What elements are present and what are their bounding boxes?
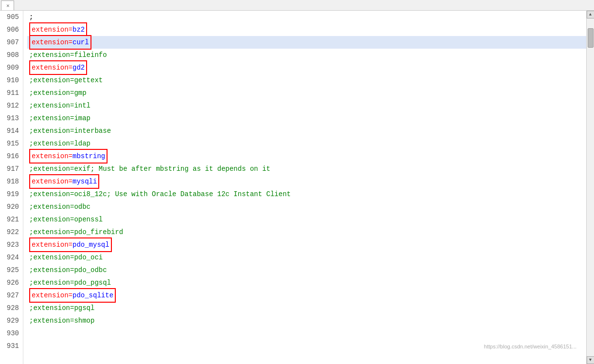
commented-line: ;extension=pdo_pgsql [27, 276, 111, 289]
commented-line: ;extension=pgsql [27, 302, 94, 314]
commented-line: ;extension=openssl [27, 213, 103, 226]
code-area[interactable]: ;extension=bz2extension=curl;extension=f… [23, 11, 586, 364]
code-line: ;extension=interbase [27, 125, 586, 137]
code-line: ;extension=openssl [27, 213, 586, 226]
code-line: ;extension=pdo_firebird [27, 226, 586, 238]
line-number: 921 [4, 213, 19, 226]
extension-boxed: extension=curl [29, 35, 91, 50]
code-line [27, 340, 586, 352]
extension-boxed: extension=gd2 [29, 60, 87, 75]
line-number: 930 [4, 327, 19, 340]
commented-line: ;extension=shmop [27, 314, 94, 327]
line-numbers: 9059069079089099109119129139149159169179… [0, 11, 23, 364]
line-number: 920 [4, 200, 19, 213]
line-number: 914 [4, 125, 19, 137]
commented-line: ;extension=pdo_oci [27, 251, 103, 264]
scroll-thumb[interactable] [588, 28, 594, 48]
code-line: extension=pdo_mysql [27, 238, 586, 251]
line-number: 924 [4, 251, 19, 264]
line-number: 908 [4, 49, 19, 61]
line-number: 912 [4, 99, 19, 112]
ext-val: gd2 [72, 61, 85, 74]
commented-ext: ;extension=exif [27, 163, 90, 175]
commented-line: ;extension=intl [27, 99, 90, 112]
ext-val: pdo_mysql [72, 238, 109, 251]
code-line: ;extension=gmp [27, 87, 586, 99]
commented-line: ;extension=gmp [27, 87, 87, 99]
code-line: ;extension=intl [27, 99, 586, 112]
scroll-up-arrow[interactable]: ▲ [587, 11, 594, 18]
ext-val: bz2 [72, 23, 85, 36]
ext-val: pdo_sqlite [72, 289, 113, 302]
commented-line: ;extension=pdo_firebird [27, 226, 123, 238]
code-line: extension=mbstring [27, 150, 586, 163]
tab-php-ini[interactable]: ✕ [1, 0, 14, 10]
code-line: ;extension=exif ; Must be after mbstring… [27, 163, 586, 175]
extension-boxed: extension=pdo_sqlite [29, 288, 116, 303]
line-number: 905 [4, 11, 19, 23]
code-line: ;extension=gettext [27, 74, 586, 87]
extension-boxed: extension=mysqli [29, 174, 99, 189]
line-number: 931 [4, 340, 19, 352]
commented-line: ;extension=odbc [27, 200, 90, 213]
code-line: extension=curl [27, 36, 586, 49]
ext-val: mysqli [72, 175, 97, 188]
code-line: extension=bz2 [27, 23, 586, 36]
commented-line: ;extension=gettext [27, 74, 103, 87]
line-number: 926 [4, 276, 19, 289]
code-line: ;extension=pdo_oci [27, 251, 586, 264]
line-number: 915 [4, 137, 19, 150]
scrollbar[interactable]: ▲ ▼ [586, 11, 594, 364]
code-line: extension=mysqli [27, 175, 586, 188]
line-number: 913 [4, 112, 19, 125]
line-number: 927 [4, 289, 19, 302]
code-line: ;extension=imap [27, 112, 586, 125]
line-number: 925 [4, 264, 19, 276]
ext-key: extension= [32, 150, 72, 163]
line-number: 910 [4, 74, 19, 87]
line-number: 916 [4, 150, 19, 163]
ext-key: extension= [32, 238, 72, 251]
ext-key: extension= [32, 61, 72, 74]
ext-val: mbstring [72, 150, 105, 163]
line-number: 911 [4, 87, 19, 99]
code-line: ;extension=odbc [27, 200, 586, 213]
code-line [27, 327, 586, 340]
line-number: 923 [4, 238, 19, 251]
plain-text: ; [27, 11, 33, 23]
comment-note: ; Must be after mbstring as it depends o… [90, 163, 270, 175]
commented-line: ;extension=fileinfo [27, 49, 107, 61]
code-line: ;extension=pgsql [27, 302, 586, 314]
tab-close-icon[interactable]: ✕ [6, 2, 10, 9]
ext-key: extension= [32, 36, 72, 49]
line-number: 907 [4, 36, 19, 49]
line-number: 906 [4, 23, 19, 36]
line-number: 928 [4, 302, 19, 314]
editor-container: 9059069079089099109119129139149159169179… [0, 11, 594, 364]
commented-line: ;extension=interbase [27, 125, 111, 137]
line-number: 929 [4, 314, 19, 327]
line-number: 917 [4, 163, 19, 175]
code-line: ;extension=pdo_odbc [27, 264, 586, 276]
ext-key: extension= [32, 175, 72, 188]
commented-ext: ;extension=oci8_12c [27, 188, 107, 200]
commented-line: ;extension=ldap [27, 137, 90, 150]
line-number: 922 [4, 226, 19, 238]
code-line: ;extension=fileinfo [27, 49, 586, 61]
ext-val: curl [72, 36, 89, 49]
extension-boxed: extension=pdo_mysql [29, 237, 112, 252]
line-number: 909 [4, 61, 19, 74]
scroll-down-arrow[interactable]: ▼ [587, 356, 594, 364]
line-number: 919 [4, 188, 19, 200]
comment-note: ; Use with Oracle Database 12c Instant C… [107, 188, 291, 200]
commented-line: ;extension=pdo_odbc [27, 264, 107, 276]
extension-boxed: extension=mbstring [29, 149, 108, 164]
code-line: ;extension=pdo_pgsql [27, 276, 586, 289]
code-line: ;extension=oci8_12c ; Use with Oracle Da… [27, 188, 586, 200]
ext-key: extension= [32, 289, 72, 302]
ext-key: extension= [32, 23, 72, 36]
code-line: ; [27, 11, 586, 23]
line-number: 918 [4, 175, 19, 188]
commented-line: ;extension=imap [27, 112, 90, 125]
tab-bar: ✕ [0, 0, 594, 11]
